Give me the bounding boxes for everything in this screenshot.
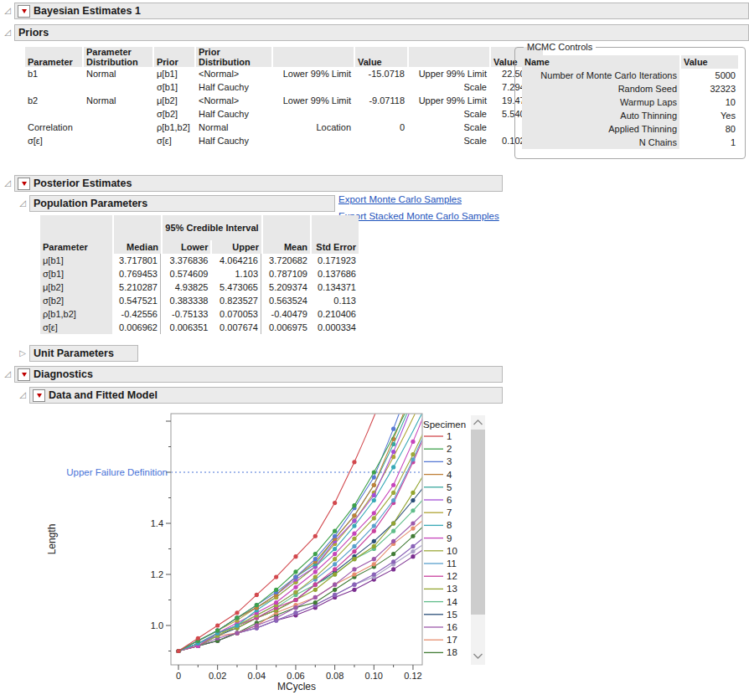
data-point[interactable] (411, 544, 415, 548)
data-point[interactable] (372, 516, 376, 520)
outline-bar-bayesian-estimates[interactable]: Bayesian Estimates 1 (14, 3, 749, 19)
data-point[interactable] (333, 547, 337, 551)
data-point[interactable] (255, 603, 259, 607)
data-point[interactable] (215, 623, 220, 627)
legend-item-specimen-2[interactable]: 2 (424, 444, 452, 454)
data-point[interactable] (215, 629, 220, 633)
data-point[interactable] (411, 521, 415, 525)
export-monte-carlo-samples-link[interactable]: Export Monte Carlo Samples (338, 194, 462, 204)
data-point[interactable] (333, 557, 337, 561)
data-point[interactable] (313, 569, 318, 574)
data-point[interactable] (293, 610, 297, 615)
data-point[interactable] (333, 501, 337, 505)
data-point[interactable] (391, 529, 395, 533)
scrollbar-thumb[interactable] (471, 430, 485, 615)
data-point[interactable] (352, 523, 356, 528)
legend-item-specimen-12[interactable]: 12 (424, 571, 457, 581)
data-point[interactable] (333, 552, 337, 556)
data-point[interactable] (293, 554, 297, 558)
data-point[interactable] (411, 452, 415, 456)
legend-scrollbar[interactable] (471, 415, 485, 665)
data-point[interactable] (411, 527, 415, 531)
data-point[interactable] (372, 544, 376, 548)
data-point[interactable] (274, 615, 278, 620)
data-point[interactable] (372, 572, 376, 576)
data-point[interactable] (372, 562, 376, 566)
data-point[interactable] (352, 572, 356, 576)
data-point[interactable] (411, 534, 415, 538)
data-point[interactable] (293, 574, 297, 579)
data-point[interactable] (255, 623, 259, 627)
red-triangle-menu-icon[interactable] (18, 5, 30, 18)
data-point[interactable] (372, 493, 376, 497)
data-point[interactable] (176, 649, 180, 653)
data-point[interactable] (274, 588, 278, 592)
data-point[interactable] (372, 539, 376, 543)
data-point[interactable] (372, 511, 376, 515)
data-point[interactable] (391, 521, 395, 525)
red-triangle-menu-icon[interactable] (18, 178, 30, 190)
legend-item-specimen-6[interactable]: 6 (424, 495, 452, 505)
data-point[interactable] (391, 539, 395, 543)
data-point[interactable] (352, 513, 356, 517)
data-point[interactable] (313, 557, 318, 561)
legend-item-specimen-16[interactable]: 16 (424, 622, 457, 632)
data-point[interactable] (411, 549, 415, 553)
outline-bar-posterior-estimates[interactable]: Posterior Estimates (14, 175, 503, 192)
data-point[interactable] (352, 549, 356, 553)
outline-bar-population-parameters[interactable]: Population Parameters (29, 195, 335, 212)
outline-bar-unit-parameters[interactable]: Unit Parameters (29, 345, 138, 362)
data-point[interactable] (333, 562, 337, 566)
data-point[interactable] (391, 465, 395, 469)
disclosure-open-icon[interactable]: ◿ (3, 28, 13, 38)
data-point[interactable] (391, 552, 395, 556)
legend-item-specimen-8[interactable]: 8 (424, 520, 452, 530)
data-point[interactable] (235, 615, 239, 620)
legend-item-specimen-10[interactable]: 10 (424, 546, 457, 556)
legend-item-specimen-17[interactable]: 17 (424, 635, 457, 645)
disclosure-open-icon[interactable]: ◿ (18, 390, 28, 400)
data-point[interactable] (352, 532, 356, 536)
data-point[interactable] (372, 483, 376, 487)
legend-item-specimen-18[interactable]: 18 (424, 647, 457, 657)
data-point[interactable] (391, 567, 395, 571)
disclosure-open-icon[interactable]: ◿ (3, 178, 13, 188)
legend-item-specimen-14[interactable]: 14 (424, 597, 457, 607)
data-point[interactable] (333, 567, 337, 571)
legend-item-specimen-4[interactable]: 4 (424, 470, 452, 480)
legend-item-specimen-15[interactable]: 15 (424, 610, 457, 620)
disclosure-open-icon[interactable]: ◿ (18, 198, 28, 208)
data-point[interactable] (352, 567, 356, 571)
data-point[interactable] (352, 557, 356, 561)
data-point[interactable] (372, 470, 376, 474)
data-point[interactable] (274, 600, 278, 605)
data-point[interactable] (391, 498, 395, 502)
data-point[interactable] (411, 554, 415, 558)
data-point[interactable] (333, 534, 337, 538)
data-point[interactable] (293, 585, 297, 589)
disclosure-open-icon[interactable]: ◿ (3, 6, 13, 16)
data-point[interactable] (333, 529, 337, 533)
data-point[interactable] (333, 572, 337, 576)
data-point[interactable] (313, 588, 318, 592)
data-point[interactable] (313, 574, 318, 579)
outline-bar-data-and-fitted-model[interactable]: Data and Fitted Model (29, 387, 503, 404)
data-point[interactable] (352, 583, 356, 587)
data-point[interactable] (352, 588, 356, 592)
data-point[interactable] (235, 631, 239, 636)
data-point[interactable] (411, 498, 415, 502)
data-point[interactable] (391, 491, 395, 495)
data-point[interactable] (313, 600, 318, 605)
disclosure-closed-icon[interactable]: ▷ (18, 348, 28, 358)
data-point[interactable] (293, 605, 297, 610)
data-point[interactable] (372, 529, 376, 533)
data-point[interactable] (293, 590, 297, 594)
data-point[interactable] (372, 557, 376, 561)
red-triangle-menu-icon[interactable] (18, 368, 30, 381)
red-triangle-menu-icon[interactable] (33, 389, 45, 402)
data-point[interactable] (196, 636, 200, 641)
data-point[interactable] (391, 559, 395, 564)
data-point[interactable] (293, 598, 297, 602)
data-point[interactable] (333, 588, 337, 592)
data-point[interactable] (313, 552, 318, 556)
